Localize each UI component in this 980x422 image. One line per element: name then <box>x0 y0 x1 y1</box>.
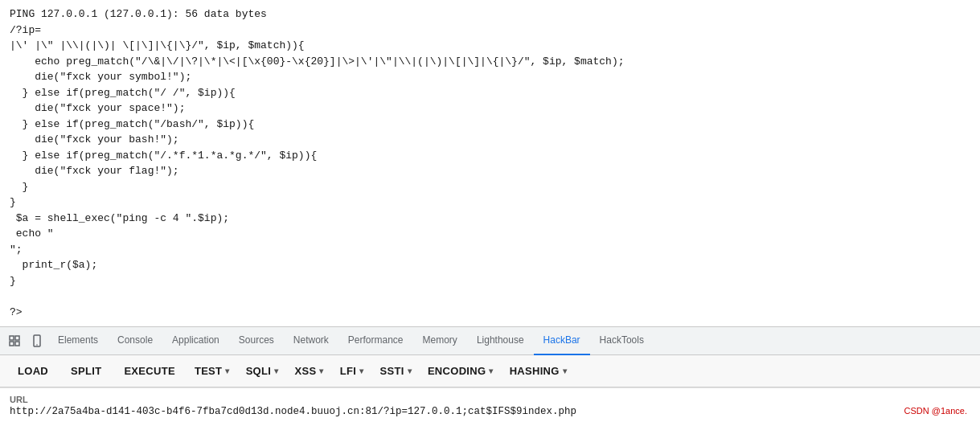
url-value[interactable]: http://2a75a4ba-d141-403c-b4f6-7fba7cd0d… <box>10 406 970 417</box>
url-area: URL http://2a75a4ba-d141-403c-b4f6-7fba7… <box>0 387 980 422</box>
url-label: URL <box>10 395 970 404</box>
tab-hacktools[interactable]: HackTools <box>590 326 654 355</box>
lfi-dropdown[interactable]: LFI ▾ <box>332 358 372 384</box>
url-area-wrapper: URL http://2a75a4ba-d141-403c-b4f6-7fba7… <box>0 387 980 422</box>
svg-rect-2 <box>15 336 19 340</box>
svg-point-5 <box>36 344 38 346</box>
svg-rect-1 <box>10 342 14 346</box>
ssti-dropdown[interactable]: SSTI ▾ <box>371 358 419 384</box>
load-button[interactable]: LOAD <box>6 358 59 384</box>
tab-console[interactable]: Console <box>108 326 162 355</box>
hashing-dropdown[interactable]: HASHING ▾ <box>502 358 575 384</box>
ssti-dropdown-arrow: ▾ <box>408 367 412 375</box>
tab-lighthouse[interactable]: Lighthouse <box>467 326 534 355</box>
execute-button[interactable]: EXECUTE <box>113 358 187 384</box>
tab-memory[interactable]: Memory <box>413 326 467 355</box>
tab-application[interactable]: Application <box>162 326 229 355</box>
hashing-dropdown-arrow: ▾ <box>563 367 567 375</box>
code-output: PING 127.0.0.1 (127.0.0.1): 56 data byte… <box>0 0 980 326</box>
encoding-dropdown-arrow: ▾ <box>489 367 493 375</box>
lfi-dropdown-arrow: ▾ <box>359 367 363 375</box>
mobile-icon[interactable] <box>26 330 48 352</box>
split-button[interactable]: SPLIT <box>59 358 113 384</box>
tab-elements[interactable]: Elements <box>48 326 108 355</box>
xss-dropdown-arrow: ▾ <box>319 367 323 375</box>
encoding-dropdown[interactable]: ENCODING ▾ <box>420 358 502 384</box>
svg-rect-0 <box>10 336 14 340</box>
svg-rect-3 <box>15 342 19 346</box>
test-dropdown-arrow: ▾ <box>225 367 229 375</box>
sqli-dropdown-arrow: ▾ <box>274 367 278 375</box>
hackbar-toolbar: LOAD SPLIT EXECUTE TEST ▾ SQLI ▾ XSS ▾ L… <box>0 355 980 387</box>
xss-dropdown[interactable]: XSS ▾ <box>287 358 332 384</box>
tab-sources[interactable]: Sources <box>229 326 284 355</box>
csdn-watermark: CSDN @1ance. <box>904 406 967 416</box>
ping-output: PING 127.0.0.1 (127.0.0.1): 56 data byte… <box>10 8 625 318</box>
tab-performance[interactable]: Performance <box>338 326 413 355</box>
inspect-icon[interactable] <box>3 330 26 352</box>
sqli-dropdown[interactable]: SQLI ▾ <box>238 358 287 384</box>
tab-hackbar[interactable]: HackBar <box>534 326 590 355</box>
tab-network[interactable]: Network <box>284 326 338 355</box>
test-dropdown[interactable]: TEST ▾ <box>187 358 238 384</box>
devtools-tab-bar: Elements Console Application Sources Net… <box>0 326 980 355</box>
